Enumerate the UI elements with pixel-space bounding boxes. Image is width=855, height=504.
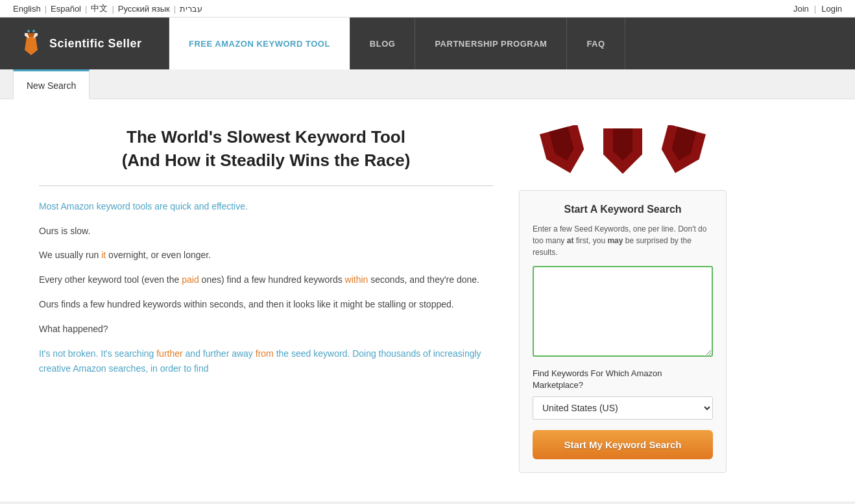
para-4: Every other keyword tool (even the paid … [39, 272, 493, 288]
main-heading: The World's Slowest Keyword Tool (And Ho… [39, 125, 493, 173]
content-right: Start A Keyword Search Enter a few Seed … [519, 125, 727, 475]
arrow-graphic [538, 125, 707, 177]
search-panel-description: Enter a few Seed Keywords, one per line.… [533, 223, 713, 258]
login-link[interactable]: Login [821, 4, 842, 14]
arrow-center-icon [597, 125, 649, 177]
lang-english[interactable]: English [13, 4, 41, 14]
arrow-left-icon [538, 125, 590, 177]
sep2: | [85, 4, 87, 14]
auth-sep: | [814, 4, 816, 14]
start-search-button[interactable]: Start My Keyword Search [533, 430, 713, 459]
nav-blog[interactable]: BLOG [350, 18, 416, 69]
main-content: The World's Slowest Keyword Tool (And Ho… [0, 99, 855, 501]
logo-text: Scientific Seller [49, 37, 142, 51]
para-1: Most Amazon keyword tools are quick and … [39, 199, 493, 215]
svg-point-1 [32, 30, 35, 32]
search-panel-title: Start A Keyword Search [533, 204, 713, 215]
content-left: The World's Slowest Keyword Tool (And Ho… [39, 125, 493, 475]
logo-icon [19, 32, 43, 55]
language-links: English | Español | 中文 | Русский язык | … [13, 3, 202, 14]
nav-partnership[interactable]: PARTNERSHIP PROGRAM [415, 18, 567, 69]
tab-new-search[interactable]: New Search [13, 69, 90, 99]
top-language-bar: English | Español | 中文 | Русский язык | … [0, 0, 855, 18]
main-nav: FREE AMAZON KEYWORD TOOL BLOG PARTNERSHI… [169, 18, 855, 69]
para-7: It's not broken. It's searching further … [39, 346, 493, 378]
sep3: | [112, 4, 114, 14]
main-header: Scientific Seller FREE AMAZON KEYWORD TO… [0, 18, 855, 69]
nav-keyword-tool[interactable]: FREE AMAZON KEYWORD TOOL [169, 18, 350, 69]
keyword-input[interactable] [533, 266, 713, 357]
para-3: We usually run it overnight, or even lon… [39, 248, 493, 263]
lang-russian[interactable]: Русский язык [118, 4, 170, 14]
para-6: What happened? [39, 322, 493, 337]
marketplace-label: Find Keywords For Which Amazon Marketpla… [533, 368, 713, 391]
para-2: Ours is slow. [39, 224, 493, 239]
sep4: | [174, 4, 176, 14]
lang-hebrew[interactable]: עברית [180, 4, 202, 14]
auth-links: Join | Login [793, 4, 842, 14]
tab-bar: New Search [0, 69, 855, 99]
nav-faq[interactable]: FAQ [567, 18, 625, 69]
para-5: Ours finds a few hundred keywords within… [39, 297, 493, 313]
search-panel: Start A Keyword Search Enter a few Seed … [519, 190, 727, 473]
arrow-right-icon [655, 125, 707, 177]
logo[interactable]: Scientific Seller [0, 18, 169, 69]
svg-point-0 [27, 30, 30, 32]
marketplace-dropdown[interactable]: United States (US) United Kingdom (UK) C… [533, 396, 713, 420]
join-link[interactable]: Join [793, 4, 809, 14]
lang-chinese[interactable]: 中文 [91, 3, 108, 14]
lang-espanol[interactable]: Español [51, 4, 81, 14]
divider [39, 186, 493, 186]
sep1: | [45, 4, 47, 14]
